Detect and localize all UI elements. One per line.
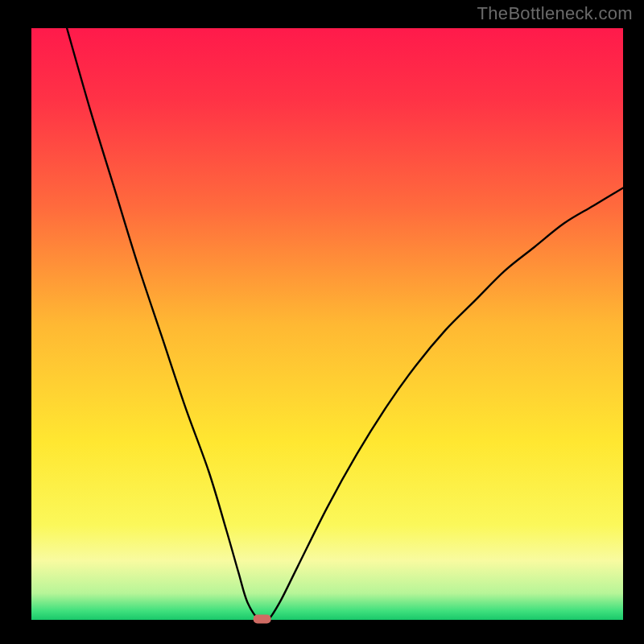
chart-frame: TheBottleneck.com — [0, 0, 644, 644]
minimum-marker — [254, 615, 271, 624]
bottleneck-chart — [0, 0, 644, 644]
plot-background — [31, 28, 623, 620]
